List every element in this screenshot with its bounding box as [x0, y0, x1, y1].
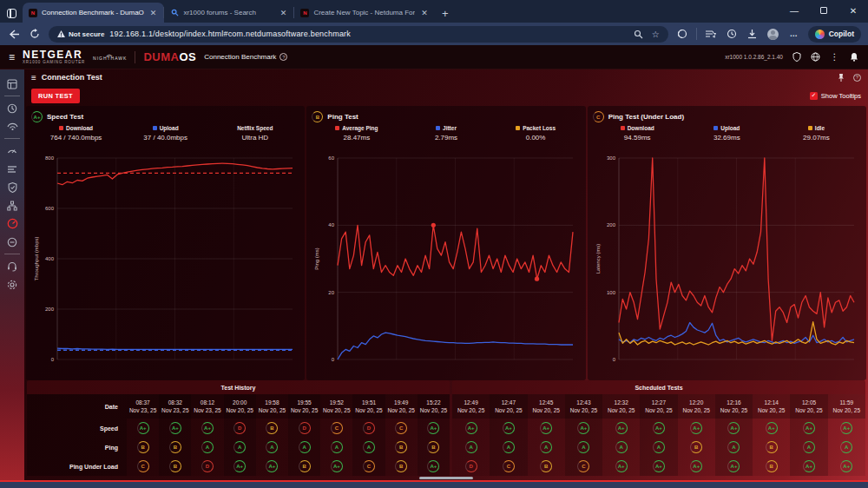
svg-text:200: 200 [607, 222, 616, 228]
browser-essentials-icon[interactable] [675, 27, 689, 41]
downloads-icon[interactable] [746, 27, 760, 41]
history-column[interactable]: 19:52Nov 20, 25CAA+ [320, 394, 352, 476]
upload-legend-swatch [153, 126, 157, 130]
workspaces-button[interactable] [0, 3, 23, 23]
toolbar-divider [696, 28, 697, 40]
back-button[interactable] [7, 27, 21, 41]
language-globe-icon[interactable] [810, 51, 821, 63]
favorite-star-icon[interactable]: ☆ [652, 30, 660, 39]
sidebar-settings-icon[interactable] [0, 275, 24, 293]
close-button[interactable]: ✕ [838, 0, 868, 21]
tab-connection-benchmark[interactable]: N Connection Benchmark - DumaO ✕ [23, 3, 164, 23]
history-column[interactable]: 11:59Nov 20, 25A+AA+ [828, 394, 865, 476]
kebab-menu-icon[interactable]: ⋮ [829, 51, 840, 63]
history-column[interactable]: 08:12Nov 23, 25A+AD [191, 394, 223, 476]
ping-under-load-grade-cell: A+ [790, 457, 827, 476]
tab-close-icon[interactable]: ✕ [148, 9, 159, 17]
search-icon[interactable] [634, 30, 643, 39]
history-column[interactable]: 12:16Nov 20, 25A+AA+ [715, 394, 753, 476]
history-column[interactable]: 12:47Nov 20, 25A+AC [490, 394, 527, 476]
history-column[interactable]: 12:14Nov 20, 25A+BB [753, 394, 790, 476]
panel-title: Speed Test [47, 113, 83, 121]
grade-badge: A+ [577, 422, 589, 434]
sidebar-traffic-prioritization-icon[interactable] [0, 160, 24, 178]
sidebar-qos-icon[interactable] [0, 142, 24, 160]
history-date-cell: 12:43Nov 20, 25 [565, 394, 602, 419]
history-column[interactable]: 12:27Nov 20, 25A+AA+ [640, 394, 677, 476]
grade-badge: A+ [840, 460, 852, 472]
sidebar-vpn-shield-icon[interactable] [0, 178, 24, 196]
history-column[interactable]: 08:37Nov 23, 25A+BC [127, 394, 159, 476]
history-scrollbar[interactable] [27, 476, 865, 480]
app-menu-icon[interactable]: ≡ [9, 51, 15, 63]
history-column[interactable]: 19:49Nov 20, 25CBB [385, 394, 418, 476]
tab-close-icon[interactable]: ✕ [419, 9, 430, 17]
history-column[interactable]: 12:43Nov 20, 25A+AC [565, 394, 602, 476]
grade-badge: A+ [465, 422, 477, 434]
svg-text:Latency (ms): Latency (ms) [595, 244, 601, 274]
sidebar-device-manager-icon[interactable] [0, 196, 24, 214]
tooltips-checkbox[interactable]: ✓ [810, 92, 818, 100]
grade-badge: D [363, 422, 375, 434]
stat-idle: Idle 29.07ms [772, 125, 861, 151]
stat-packet-loss: Packet Loss 0.00% [491, 125, 581, 151]
grade-badge: A+ [137, 422, 149, 434]
speed-grade-cell: A+ [602, 419, 640, 438]
rapp-menu-icon[interactable]: ≡ [31, 73, 36, 82]
history-column[interactable]: 15:22Nov 20, 25A+BA+ [418, 394, 450, 476]
sidebar-support-icon[interactable] [0, 257, 24, 275]
dumaos-logo: DUMAOS [143, 50, 196, 63]
address-bar[interactable]: Not secure 192.168.1.1/desktop/index.htm… [49, 26, 668, 43]
svg-text:800: 800 [45, 155, 55, 161]
collections-icon[interactable] [704, 27, 718, 41]
show-tooltips-toggle[interactable]: ✓ Show Tooltips [810, 92, 861, 100]
profile-avatar[interactable] [766, 27, 780, 41]
sidebar-ping-heatmap-icon[interactable] [0, 233, 24, 251]
history-date-cell: 12:47Nov 20, 25 [490, 394, 527, 419]
history-icon[interactable] [725, 27, 739, 41]
history-column[interactable]: 20:00Nov 20, 25DAA+ [224, 394, 256, 476]
restore-button[interactable] [809, 0, 838, 21]
run-test-button[interactable]: RUN TEST [31, 89, 80, 103]
sidebar-connection-benchmark-icon[interactable] [0, 214, 24, 233]
history-column[interactable]: 12:20Nov 20, 25A+BA+ [678, 394, 715, 476]
grade-badge: C [363, 460, 375, 472]
help-icon[interactable]: ? [279, 53, 287, 61]
shield-icon[interactable] [791, 51, 802, 63]
rapp-help-icon[interactable]: ? [853, 74, 861, 82]
history-column[interactable]: 12:49Nov 20, 25A+AD [452, 394, 490, 476]
more-menu-icon[interactable]: … [787, 27, 801, 41]
warning-icon [57, 30, 65, 37]
grade-badge: A+ [201, 422, 214, 434]
history-scrollbar-thumb[interactable] [419, 477, 473, 479]
app-sidebar [0, 69, 24, 480]
history-date-cell: 19:58Nov 20, 25 [256, 394, 288, 419]
history-column[interactable]: 12:32Nov 20, 25A+AA+ [602, 394, 640, 476]
copilot-button[interactable]: Copilot [808, 26, 861, 43]
ping-under-load-grade-cell: A+ [602, 457, 640, 476]
bell-icon[interactable] [848, 51, 859, 63]
not-secure-warning[interactable]: Not secure [57, 30, 104, 38]
svg-text:600: 600 [45, 206, 55, 211]
ping-test-chart: 0204060Ping (ms) [312, 151, 580, 377]
sidebar-apps-icon[interactable] [0, 75, 24, 93]
tab-search[interactable]: xr1000 forums - Search ✕ [164, 3, 294, 23]
pin-icon[interactable] [838, 73, 845, 82]
history-column[interactable]: 19:58Nov 20, 25BAA+ [256, 394, 288, 476]
history-column[interactable]: 19:51Nov 20, 25DAC [352, 394, 385, 476]
tab-create-topic[interactable]: N Create New Topic - Netduma For ✕ [294, 3, 435, 23]
minimize-button[interactable]: — [779, 0, 809, 21]
history-column[interactable]: 12:45Nov 20, 25A+AB [528, 394, 565, 476]
speed-grade-cell: A+ [753, 419, 790, 438]
sidebar-dashboard-icon[interactable] [0, 99, 24, 117]
speed-grade-cell: C [385, 419, 418, 438]
refresh-button[interactable] [28, 27, 42, 41]
history-column[interactable]: 12:05Nov 20, 25A+AA+ [790, 394, 827, 476]
chart-panels: A+ Speed Test Download 764 / 740.0mbps U… [24, 106, 868, 380]
tab-close-icon[interactable]: ✕ [279, 9, 289, 17]
grade-badge: A [577, 441, 589, 453]
sidebar-network-monitor-icon[interactable] [0, 117, 24, 135]
history-column[interactable]: 08:32Nov 23, 25A+BB [159, 394, 191, 476]
history-column[interactable]: 19:55Nov 20, 25DAB [288, 394, 320, 476]
new-tab-button[interactable]: + [436, 3, 455, 23]
